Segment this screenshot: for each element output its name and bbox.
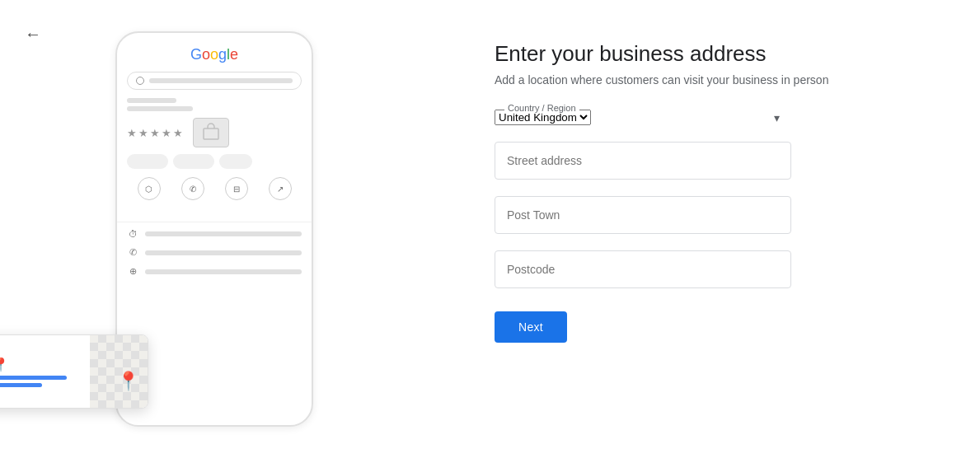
street-address-group	[495, 142, 931, 180]
pill-2	[173, 154, 214, 169]
phone-bottom: ⏱ ✆ ⊕	[117, 222, 312, 292]
website-text	[145, 269, 302, 274]
result-line-1	[127, 98, 176, 103]
save-icon: ⊟	[225, 177, 248, 200]
country-label: Country / Region	[504, 103, 579, 113]
share-icon: ↗	[269, 177, 292, 200]
dropdown-arrow-icon: ▾	[774, 111, 780, 124]
address-line-2	[0, 383, 42, 387]
back-button[interactable]: ←	[25, 25, 41, 44]
directions-icon: ⬡	[138, 177, 161, 200]
country-group: Country / Region United Kingdom United S…	[495, 110, 931, 125]
address-line-1	[0, 376, 67, 380]
map-thumbnail: 📍	[90, 334, 148, 409]
blue-pin-icon: 📍	[0, 357, 82, 372]
phone-icon: ✆	[181, 177, 204, 200]
phone-row: ✆	[127, 247, 302, 258]
hours-text	[145, 231, 302, 236]
clock-icon: ⏱	[127, 229, 138, 239]
page-title: Enter your business address	[495, 41, 931, 67]
phone-small-icon: ✆	[127, 247, 138, 258]
postcode-group	[495, 250, 931, 288]
left-panel: ← Google ★★★★★	[0, 0, 429, 458]
business-thumbnail	[193, 118, 229, 147]
map-card-info: 📍	[0, 348, 90, 395]
google-logo: Google	[127, 46, 302, 63]
page-subtitle: Add a location where customers can visit…	[495, 73, 931, 86]
globe-icon: ⊕	[127, 266, 138, 277]
right-panel: Enter your business address Add a locati…	[429, 0, 980, 458]
phone-text	[145, 250, 302, 255]
postcode-input[interactable]	[495, 250, 791, 288]
result-line-2	[127, 106, 193, 111]
search-text-placeholder	[149, 78, 293, 83]
website-row: ⊕	[127, 266, 302, 277]
hours-row: ⏱	[127, 229, 302, 239]
action-icons: ⬡ ✆ ⊟ ↗	[127, 177, 302, 200]
svg-rect-0	[204, 129, 218, 139]
search-bar	[127, 72, 302, 90]
pill-1	[127, 154, 168, 169]
search-icon	[136, 77, 144, 85]
pill-3	[219, 154, 252, 169]
pill-buttons	[127, 154, 302, 169]
street-address-input[interactable]	[495, 142, 791, 180]
red-pin-icon: 📍	[117, 371, 139, 392]
next-button[interactable]: Next	[495, 311, 567, 343]
post-town-input[interactable]	[495, 196, 791, 234]
star-rating: ★★★★★	[127, 118, 302, 147]
map-card: 📍 📍	[0, 334, 148, 409]
post-town-group	[495, 196, 931, 234]
